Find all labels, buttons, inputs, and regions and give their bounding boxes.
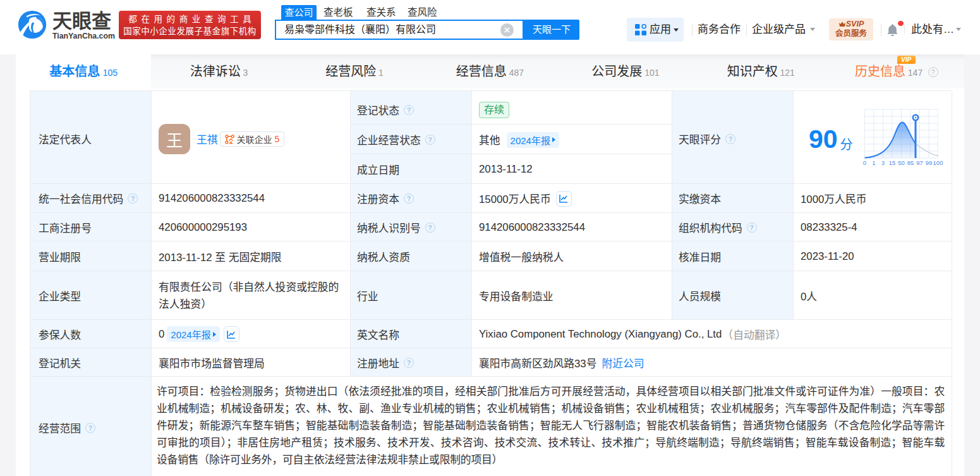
svg-text:97: 97 <box>916 159 923 166</box>
svg-text:0: 0 <box>863 159 866 166</box>
svg-text:100: 100 <box>933 159 943 166</box>
svg-text:3: 3 <box>881 159 885 166</box>
svg-text:1: 1 <box>872 159 875 166</box>
svg-text:85: 85 <box>907 159 914 166</box>
svg-text:99: 99 <box>926 159 933 166</box>
svg-text:15: 15 <box>889 159 896 166</box>
svg-text:50: 50 <box>898 159 905 166</box>
